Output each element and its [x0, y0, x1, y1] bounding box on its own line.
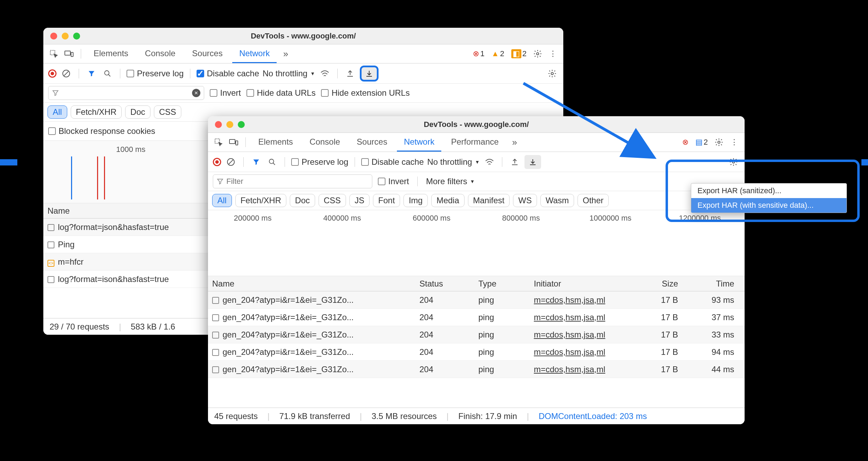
device-toggle-icon[interactable]	[227, 136, 240, 148]
col-type[interactable]: Type	[474, 279, 530, 289]
wf-tick: 600000 ms	[387, 214, 476, 223]
pill-css[interactable]: CSS	[154, 105, 181, 119]
search-icon[interactable]	[266, 156, 278, 168]
inspect-icon[interactable]	[212, 136, 225, 148]
pill-img[interactable]: Img	[403, 194, 428, 207]
clear-icon[interactable]	[225, 156, 237, 168]
pill-all[interactable]: All	[212, 194, 232, 207]
pill-fetch[interactable]: Fetch/XHR	[71, 105, 122, 119]
tab-sources[interactable]: Sources	[350, 133, 394, 152]
more-filters-label: More filters	[426, 177, 467, 186]
col-status[interactable]: Status	[415, 279, 474, 289]
invert-checkbox[interactable]: Invert	[378, 177, 409, 186]
tab-performance[interactable]: Performance	[444, 133, 505, 152]
more-tabs-icon[interactable]: »	[279, 48, 292, 60]
pill-doc[interactable]: Doc	[290, 194, 315, 207]
error-badge[interactable]: ⊗	[682, 138, 688, 147]
menu-export-sanitized[interactable]: Export HAR (sanitized)...	[691, 183, 847, 198]
pill-wasm[interactable]: Wasm	[540, 194, 574, 207]
upload-icon[interactable]	[509, 156, 521, 168]
col-size[interactable]: Size	[630, 279, 682, 289]
issue-badge[interactable]: ▤2	[695, 138, 708, 147]
pill-fetch[interactable]: Fetch/XHR	[235, 194, 286, 207]
waterfall-tick-label: 1000 ms	[116, 145, 145, 154]
filter-input[interactable]: ✕	[48, 86, 204, 100]
filter-icon[interactable]	[85, 67, 98, 80]
col-name[interactable]: Name	[208, 279, 415, 289]
tab-sources[interactable]: Sources	[185, 44, 229, 63]
filter-input[interactable]	[213, 174, 372, 188]
gear-icon[interactable]	[546, 67, 558, 80]
download-har-button[interactable]	[360, 66, 379, 82]
invert-checkbox[interactable]: Invert	[210, 88, 241, 98]
filter-text-field[interactable]	[62, 88, 192, 97]
blocked-cookies-checkbox[interactable]: Blocked response cookies	[48, 126, 155, 136]
close-window[interactable]	[215, 121, 222, 128]
clear-filter-icon[interactable]: ✕	[192, 89, 200, 97]
gear-icon[interactable]	[713, 136, 725, 148]
pill-all[interactable]: All	[47, 105, 67, 119]
pill-doc[interactable]: Doc	[125, 105, 150, 119]
throttling-select[interactable]: No throttling ▼	[262, 69, 315, 78]
gear-icon[interactable]	[727, 156, 740, 168]
waterfall-mark	[104, 156, 105, 199]
more-tabs-icon[interactable]: »	[509, 136, 521, 148]
pill-css[interactable]: CSS	[319, 194, 346, 207]
panel-tabbar: Elements Console Sources Network Perform…	[208, 133, 745, 152]
tab-network[interactable]: Network	[397, 133, 441, 152]
pill-other[interactable]: Other	[578, 194, 609, 207]
pill-media[interactable]: Media	[431, 194, 464, 207]
inspect-icon[interactable]	[47, 48, 60, 60]
minimize-window[interactable]	[62, 33, 69, 40]
table-row[interactable]: gen_204?atyp=i&r=1&ei=_G31Zo...204pingm=…	[208, 343, 745, 361]
disable-cache-checkbox[interactable]: Disable cache	[361, 157, 424, 167]
more-filters-dropdown[interactable]: More filters ▼	[426, 177, 475, 186]
wf-tick: 400000 ms	[297, 214, 387, 223]
record-button[interactable]	[48, 69, 57, 78]
maximize-window[interactable]	[73, 33, 80, 40]
network-toolbar: Preserve log Disable cache No throttling…	[208, 152, 745, 172]
hide-data-urls-checkbox[interactable]: Hide data URLs	[246, 88, 315, 98]
warning-badge[interactable]: ▲2	[492, 49, 504, 58]
kebab-icon[interactable]: ⋮	[547, 48, 559, 60]
upload-icon[interactable]	[344, 67, 356, 80]
kebab-icon[interactable]: ⋮	[728, 136, 740, 148]
tab-elements[interactable]: Elements	[251, 133, 300, 152]
tab-network[interactable]: Network	[232, 44, 277, 63]
preserve-log-checkbox[interactable]: Preserve log	[127, 69, 184, 78]
device-toggle-icon[interactable]	[63, 48, 75, 60]
table-row[interactable]: gen_204?atyp=i&r=1&ei=_G31Zo...204pingm=…	[208, 326, 745, 343]
network-conditions-icon[interactable]	[483, 156, 496, 168]
error-badge[interactable]: ⊗1	[473, 49, 484, 58]
gear-icon[interactable]	[531, 48, 544, 60]
filter-text-field[interactable]	[226, 177, 368, 186]
minimize-window[interactable]	[226, 121, 233, 128]
table-row[interactable]: gen_204?atyp=i&r=1&ei=_G31Zo...204pingm=…	[208, 309, 745, 326]
network-conditions-icon[interactable]	[319, 67, 331, 80]
maximize-window[interactable]	[238, 121, 245, 128]
filter-icon[interactable]	[250, 156, 262, 168]
menu-export-sensitive[interactable]: Export HAR (with sensitive data)...	[691, 198, 847, 213]
throttling-select[interactable]: No throttling ▼	[427, 157, 479, 167]
col-initiator[interactable]: Initiator	[530, 279, 630, 289]
pill-js[interactable]: JS	[349, 194, 370, 207]
pill-manifest[interactable]: Manifest	[468, 194, 510, 207]
preserve-log-checkbox[interactable]: Preserve log	[291, 157, 348, 167]
close-window[interactable]	[50, 33, 57, 40]
table-row[interactable]: gen_204?atyp=i&r=1&ei=_G31Zo...204pingm=…	[208, 361, 745, 378]
tab-console[interactable]: Console	[303, 133, 347, 152]
tab-elements[interactable]: Elements	[87, 44, 135, 63]
pill-ws[interactable]: WS	[513, 194, 537, 207]
search-icon[interactable]	[101, 67, 114, 80]
waterfall-overview[interactable]: 200000 ms 400000 ms 600000 ms 800000 ms …	[208, 210, 745, 276]
issue-badge[interactable]: ◧2	[511, 49, 527, 58]
disable-cache-checkbox[interactable]: ✓Disable cache	[197, 69, 259, 78]
clear-icon[interactable]	[60, 67, 72, 80]
record-button[interactable]	[213, 158, 221, 166]
col-time[interactable]: Time	[682, 279, 745, 289]
tab-console[interactable]: Console	[138, 44, 182, 63]
pill-font[interactable]: Font	[373, 194, 400, 207]
hide-ext-urls-checkbox[interactable]: Hide extension URLs	[321, 88, 409, 98]
download-har-button[interactable]	[524, 155, 541, 169]
table-row[interactable]: gen_204?atyp=i&r=1&ei=_G31Zo...204pingm=…	[208, 291, 745, 309]
